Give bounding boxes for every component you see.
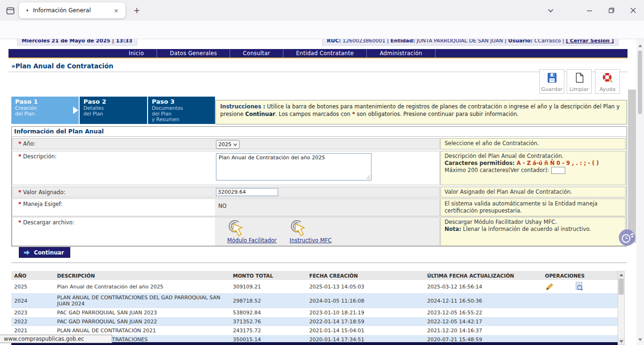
menu-item-administracion[interactable]: Administración [367, 49, 435, 58]
click-cursor-icon [289, 220, 309, 237]
step-2-detalles[interactable]: Paso 2 Detalles del Plan [80, 97, 147, 124]
step-3-line: del Plan [152, 111, 211, 116]
menu-item-consultar[interactable]: Consultar [230, 49, 283, 58]
cell-description: PLAN ANUAL DE CONTRATACIÓN 2021 [54, 328, 230, 334]
logout-link[interactable]: [ Cerrar Sesión ] [566, 39, 614, 44]
cell-amount: 371352.76 [230, 319, 306, 325]
cell-year: 2021 [11, 328, 54, 334]
form-row-descripcion: *Descripción: Plan Anual de Contratación… [12, 151, 627, 185]
tab-informacion-general[interactable]: Información General × [19, 2, 125, 18]
anio-select[interactable]: 2025 [216, 140, 239, 149]
window-restore-button[interactable] [603, 5, 619, 16]
scroll-up-button[interactable] [618, 271, 624, 278]
descargar-label: *Descargar archivo: [12, 217, 215, 246]
scroll-up-arrow[interactable] [638, 44, 642, 47]
continuar-label: Continuar [34, 249, 64, 256]
page-content: Miércoles 21 de Mayo de 2025 | 13:33 RUC… [0, 39, 644, 345]
step-3-line: Documentos [152, 105, 211, 111]
chevron-down-icon [233, 143, 237, 146]
section-divider [11, 263, 627, 263]
instructivo-mfc-link[interactable]: Instructivo MFC [289, 237, 331, 244]
instructions-bold: Continuar [245, 111, 275, 117]
tab-attention-dot [26, 9, 28, 11]
scroll-down-button[interactable] [618, 338, 624, 345]
session-timer-widget[interactable] [619, 229, 636, 246]
view-document-icon[interactable] [575, 282, 584, 291]
instructions-label: Instrucciones : [220, 103, 265, 110]
cell-amount: 243175.72 [230, 328, 306, 334]
step-1-creacion[interactable]: Paso 1 Creación del Plan [11, 97, 79, 124]
modulo-facilitador-download[interactable]: Módulo Facilitador [227, 220, 277, 244]
modulo-facilitador-link[interactable]: Módulo Facilitador [227, 237, 277, 244]
step-2-line: Detalles [83, 105, 143, 111]
table-row[interactable]: 2021 PLAN ANUAL DE CONTRATACIÓN 2021 243… [11, 326, 618, 335]
user-value: CCarrasco [534, 39, 561, 44]
cell-year: 2025 [11, 284, 54, 290]
ayuda-button[interactable]: Ayuda [595, 69, 620, 94]
click-cursor-icon [227, 220, 247, 237]
scroll-thumb[interactable] [619, 279, 624, 295]
required-mark: * [18, 189, 21, 196]
anio-help: Seleccione el año de Contratación. [440, 138, 626, 149]
col-header-ultima-actualizacion: ÚLTIMA FECHA ACTUALIZACIÓN [424, 273, 542, 279]
tab-close-icon[interactable]: × [112, 6, 121, 15]
step-3-title: Paso 3 [152, 98, 211, 105]
descripcion-textarea[interactable]: Plan Anual de Contratación del año 2025 [216, 153, 372, 181]
col-header-operaciones: OPERACIONES [542, 273, 618, 279]
step-3-documentos[interactable]: Paso 3 Documentos del Plan y Resumen [148, 97, 215, 124]
blank-page-icon [574, 72, 585, 83]
step-1-line: del Plan [15, 111, 75, 116]
instructivo-mfc-download[interactable]: Instructivo MFC [289, 220, 331, 244]
list-tabs-chevron-icon[interactable] [546, 6, 555, 15]
scroll-down-arrow[interactable] [638, 338, 642, 341]
window-close-button[interactable] [625, 5, 641, 16]
datetime-chip: Miércoles 21 de Mayo de 2025 | 13:33 [17, 39, 137, 46]
cell-operations [542, 282, 618, 291]
anio-label: *Año: [12, 139, 215, 149]
descargar-help: Descargar Módulo Facilitador Ushay MFC. … [440, 217, 626, 246]
user-label: Usuario: [508, 39, 533, 44]
continuar-button[interactable]: Continuar [19, 247, 70, 258]
save-floppy-icon [546, 72, 558, 83]
cell-created: 2025-01-13 14:05:03 [306, 284, 424, 290]
browser-scrollbar[interactable] [636, 39, 644, 345]
cell-year: 2022 [11, 319, 54, 325]
allowed-chars: A - Z á-ú ñ Ñ 0 - 9 , . : ; - ( ) [515, 160, 599, 166]
valor-input[interactable] [216, 188, 278, 196]
col-header-monto: MONTO TOTAL [230, 273, 306, 279]
table-scrollbar[interactable] [618, 271, 625, 345]
status-bar-link-tooltip: www.compraspublicas.gob.ec [0, 335, 112, 343]
required-mark: * [18, 201, 21, 207]
ruc-label: RUC: [327, 39, 341, 44]
table-row[interactable]: 2024 PLAN ANUAL DE CONTRATACIONES DEL GA… [11, 293, 618, 308]
table-row[interactable]: 2023 PAC GAD PARROQUIAL SAN JUAN 2023 53… [11, 308, 618, 317]
session-info-chip: RUC: 1260023860001 | Entidad: JUNTA PARR… [322, 39, 619, 46]
menu-item-entidad-contratante[interactable]: Entidad Contratante [283, 49, 367, 58]
edit-pencil-icon[interactable] [545, 282, 554, 291]
page-title: »Plan Anual de Contratación [11, 62, 113, 70]
form-row-valor: *Valor Asignado: Valor Asignado del Plan… [12, 187, 627, 197]
cell-year: 2023 [11, 310, 54, 316]
window-minimize-button[interactable] [582, 5, 598, 16]
form-row-descargar: *Descargar archivo: Módulo Facilitador I… [12, 217, 627, 246]
resize-grip-icon[interactable] [366, 175, 371, 180]
limpiar-button[interactable]: Limpiar [567, 69, 592, 94]
step-2-line: del Plan [83, 111, 143, 116]
new-tab-button[interactable]: + [131, 5, 142, 16]
table-row[interactable]: 2025 Plan Anual de Contratación del año … [11, 280, 618, 293]
table-row[interactable]: 2022 PAC GAD PARROQUIAL SAN JUAN 2022 37… [11, 317, 618, 326]
menu-item-datos-generales[interactable]: Datos Generales [157, 49, 230, 58]
required-mark: * [18, 140, 21, 147]
guardar-button[interactable]: Guardar [539, 69, 564, 94]
tab-bar: Información General × + [0, 0, 644, 21]
firefox-view-icon[interactable] [4, 4, 17, 17]
menu-item-inicio[interactable]: Inicio [116, 49, 157, 58]
form-row-anio: *Año: 2025 Seleccione el año de Contrata… [12, 138, 627, 149]
scroll-thumb[interactable] [638, 50, 642, 114]
main-menu-bar: Inicio Datos Generales Consultar Entidad… [8, 49, 627, 58]
descargar-help-line1: Descargar Módulo Facilitador Ushay MFC. [445, 219, 621, 226]
ayuda-label: Ayuda [600, 86, 616, 92]
descargar-help-line2: Nota: Llenar la información de acuerdo a… [445, 226, 621, 233]
col-header-descripcion: DESCRIPCIÓN [54, 273, 230, 279]
anio-select-value: 2025 [218, 141, 231, 148]
